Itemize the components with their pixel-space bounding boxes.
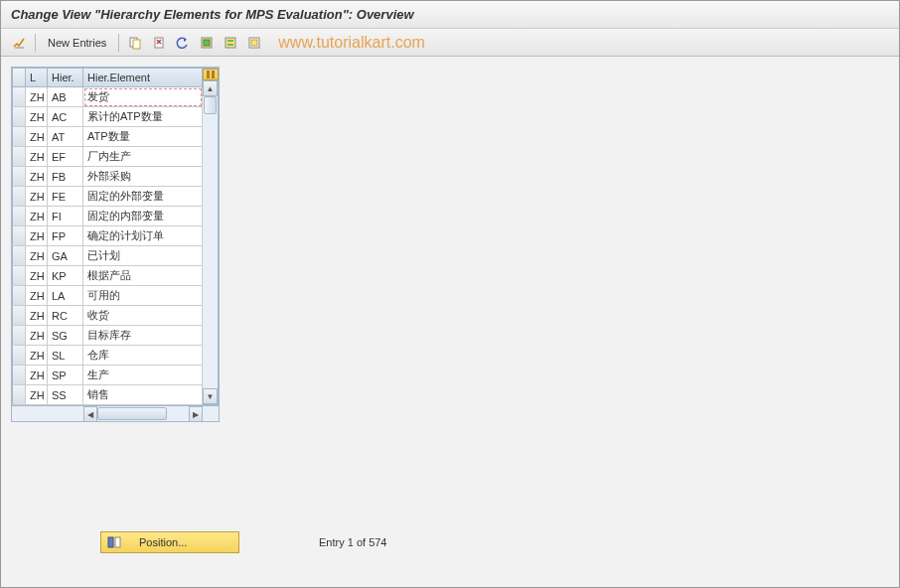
cell-hier-element[interactable]: 目标库存 <box>83 326 203 346</box>
scroll-down-icon[interactable]: ▼ <box>203 388 218 404</box>
copy-as-icon[interactable] <box>125 33 145 53</box>
cell-hier[interactable]: AC <box>48 107 83 127</box>
cell-l[interactable]: ZH <box>26 385 48 405</box>
cell-hier[interactable]: FI <box>48 207 83 226</box>
row-selector[interactable] <box>12 187 26 207</box>
position-button[interactable]: Position... <box>100 531 239 553</box>
cell-hier[interactable]: RC <box>48 306 83 326</box>
cell-hier-element[interactable]: 外部采购 <box>83 167 203 187</box>
column-hier: Hier. ABACATEFFBFEFIFPGAKPLARCSGSLSPSS <box>48 68 83 405</box>
cell-l[interactable]: ZH <box>26 366 48 385</box>
scroll-left-icon[interactable]: ◀ <box>83 406 97 422</box>
horizontal-scrollbar[interactable]: ◀ ▶ <box>12 405 219 421</box>
toggle-display-icon[interactable] <box>9 33 29 53</box>
cell-l[interactable]: ZH <box>26 167 48 187</box>
row-selector[interactable] <box>12 87 26 107</box>
cell-hier[interactable]: AB <box>48 87 83 107</box>
select-block-icon[interactable] <box>221 33 240 53</box>
cell-l[interactable]: ZH <box>26 306 48 326</box>
cell-l[interactable]: ZH <box>26 207 48 226</box>
svg-rect-6 <box>227 40 233 42</box>
watermark-text: www.tutorialkart.com <box>278 34 425 52</box>
row-selector[interactable] <box>12 366 26 385</box>
cell-l[interactable]: ZH <box>26 326 48 346</box>
cell-hier[interactable]: AT <box>48 127 83 147</box>
cell-hier[interactable]: KP <box>48 266 83 286</box>
cell-hier[interactable]: FP <box>48 226 83 246</box>
row-selector[interactable] <box>12 226 26 246</box>
cell-hier-element[interactable]: 根据产品 <box>83 266 203 286</box>
cell-hier-element[interactable]: 仓库 <box>83 346 203 366</box>
cell-l[interactable]: ZH <box>26 246 48 266</box>
row-selector[interactable] <box>12 207 26 226</box>
undo-icon[interactable] <box>173 33 193 53</box>
separator <box>35 34 36 52</box>
deselect-all-icon[interactable] <box>244 33 264 53</box>
row-selector[interactable] <box>12 385 26 405</box>
cell-hier[interactable]: FB <box>48 167 83 187</box>
svg-rect-4 <box>204 40 210 46</box>
column-header-hier-element[interactable]: Hier.Element <box>83 68 203 87</box>
row-selector[interactable] <box>12 246 26 266</box>
svg-rect-12 <box>108 537 113 547</box>
cell-l[interactable]: ZH <box>26 107 48 127</box>
cell-hier-element[interactable]: 发货 <box>83 87 203 107</box>
cell-hier-element[interactable]: ATP数量 <box>83 127 203 147</box>
new-entries-button[interactable]: New Entries <box>42 37 112 49</box>
column-header-l[interactable]: L <box>26 68 48 87</box>
cell-l[interactable]: ZH <box>26 127 48 147</box>
row-selector[interactable] <box>12 127 26 147</box>
svg-rect-1 <box>133 40 140 49</box>
row-selector[interactable] <box>12 286 26 306</box>
cell-hier-element[interactable]: 已计划 <box>83 246 203 266</box>
cell-hier-element[interactable]: 固定的内部变量 <box>83 207 203 226</box>
cell-hier-element[interactable]: 生产 <box>83 366 203 385</box>
cell-hier-element[interactable]: 收货 <box>83 306 203 326</box>
cell-hier[interactable]: SG <box>48 326 83 346</box>
cell-hier-element[interactable]: 确定的计划订单 <box>83 226 203 246</box>
cell-hier-element[interactable]: 固定的外部变量 <box>83 187 203 207</box>
cell-hier[interactable]: FE <box>48 187 83 207</box>
cell-hier[interactable]: EF <box>48 147 83 167</box>
row-selector[interactable] <box>12 346 26 366</box>
cell-hier-element[interactable]: 累计的ATP数量 <box>83 107 203 127</box>
row-selector[interactable] <box>12 266 26 286</box>
table-frame: L ZHZHZHZHZHZHZHZHZHZHZHZHZHZHZHZH Hier.… <box>11 67 220 422</box>
hscroll-thumb[interactable] <box>97 407 167 420</box>
row-selector[interactable] <box>12 167 26 187</box>
cell-hier[interactable]: LA <box>48 286 83 306</box>
row-selector[interactable] <box>12 107 26 127</box>
configure-columns-icon[interactable] <box>203 69 219 80</box>
cell-l[interactable]: ZH <box>26 187 48 207</box>
cell-l[interactable]: ZH <box>26 266 48 286</box>
scroll-up-icon[interactable]: ▲ <box>203 80 218 96</box>
scroll-thumb[interactable] <box>204 96 217 114</box>
column-header-hier[interactable]: Hier. <box>48 68 83 87</box>
cell-hier[interactable]: SL <box>48 346 83 366</box>
cell-hier-element[interactable]: 销售 <box>83 385 203 405</box>
cell-hier[interactable]: SP <box>48 366 83 385</box>
row-selector[interactable] <box>12 306 26 326</box>
select-all-icon[interactable] <box>197 33 217 53</box>
delete-icon[interactable] <box>149 33 169 53</box>
vertical-scrollbar[interactable]: ▲ ▼ <box>203 68 219 405</box>
cell-l[interactable]: ZH <box>26 346 48 366</box>
column-hier-element: Hier.Element 发货累计的ATP数量ATP数量厂内生产外部采购固定的外… <box>83 68 203 405</box>
cell-hier[interactable]: GA <box>48 246 83 266</box>
cell-l[interactable]: ZH <box>26 87 48 107</box>
row-selector[interactable] <box>12 326 26 346</box>
hscroll-corner <box>203 406 219 421</box>
cell-l[interactable]: ZH <box>26 147 48 167</box>
cell-l[interactable]: ZH <box>26 226 48 246</box>
cell-hier-element[interactable]: 厂内生产 <box>83 147 203 167</box>
row-selector[interactable] <box>12 147 26 167</box>
cell-l[interactable]: ZH <box>26 286 48 306</box>
cell-hier[interactable]: SS <box>48 385 83 405</box>
cell-hier-element[interactable]: 可用的 <box>83 286 203 306</box>
scroll-right-icon[interactable]: ▶ <box>189 406 203 422</box>
hscroll-track[interactable] <box>97 406 189 421</box>
data-grid: L ZHZHZHZHZHZHZHZHZHZHZHZHZHZHZHZH Hier.… <box>12 68 219 405</box>
select-all-rows[interactable] <box>12 68 26 87</box>
scroll-track[interactable] <box>203 96 218 388</box>
title-bar: Change View "Hierarchy Elements for MPS … <box>1 1 899 29</box>
